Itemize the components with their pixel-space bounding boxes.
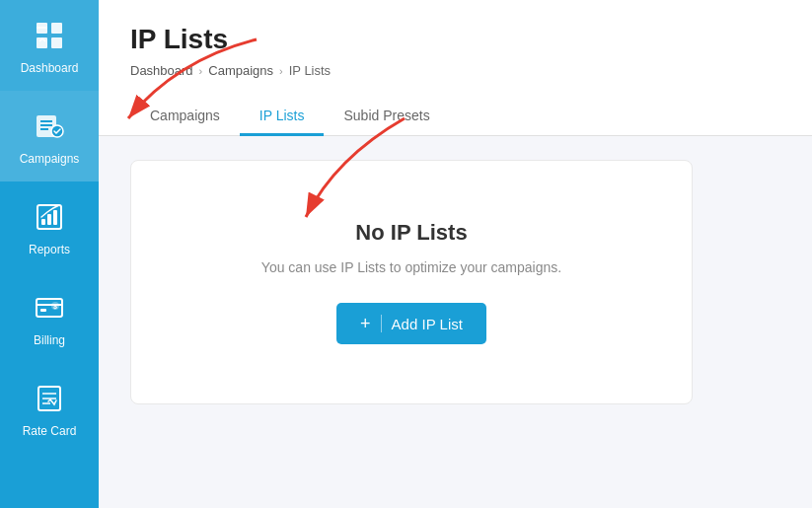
breadcrumb-chevron-2: ›: [279, 65, 283, 77]
svg-rect-1: [51, 23, 62, 34]
svg-rect-11: [41, 219, 45, 225]
sidebar-rate-card-label: Rate Card: [23, 424, 77, 438]
plus-icon: +: [360, 315, 371, 332]
svg-text:$: $: [53, 303, 57, 311]
breadcrumb-current: IP Lists: [289, 63, 331, 78]
tab-subid-presets[interactable]: Subid Presets: [324, 98, 449, 136]
tab-ip-lists[interactable]: IP Lists: [240, 98, 325, 136]
breadcrumb: Dashboard › Campaigns › IP Lists: [130, 63, 780, 78]
rate-card-icon: [30, 379, 69, 418]
sidebar-dashboard-label: Dashboard: [21, 61, 79, 75]
sidebar-billing-label: Billing: [34, 333, 65, 347]
campaigns-icon: [30, 107, 69, 146]
page-header: IP Lists Dashboard › Campaigns › IP List…: [99, 0, 812, 98]
breadcrumb-dashboard[interactable]: Dashboard: [130, 63, 193, 78]
tab-campaigns[interactable]: Campaigns: [130, 98, 240, 136]
sidebar-item-billing[interactable]: $ Billing: [0, 272, 99, 363]
sidebar: Dashboard Campaigns Repor: [0, 0, 99, 508]
sidebar-campaigns-label: Campaigns: [20, 152, 80, 166]
add-button-label: Add IP List: [392, 316, 463, 332]
add-ip-list-button[interactable]: + Add IP List: [336, 303, 486, 344]
svg-rect-12: [47, 214, 51, 225]
svg-rect-13: [53, 210, 57, 225]
sidebar-item-rate-card[interactable]: Rate Card: [0, 363, 99, 454]
tabs: Campaigns IP Lists Subid Presets: [99, 98, 812, 136]
billing-icon: $: [30, 288, 69, 327]
breadcrumb-campaigns[interactable]: Campaigns: [208, 63, 273, 78]
svg-rect-3: [51, 37, 62, 48]
sidebar-item-reports[interactable]: Reports: [0, 181, 99, 272]
empty-state-title: No IP Lists: [355, 220, 467, 246]
button-divider: [381, 315, 382, 332]
dashboard-icon: [30, 16, 69, 55]
page-title: IP Lists: [130, 24, 780, 55]
main-content: IP Lists Dashboard › Campaigns › IP List…: [99, 0, 812, 508]
sidebar-item-dashboard[interactable]: Dashboard: [0, 0, 99, 91]
empty-state-description: You can use IP Lists to optimize your ca…: [261, 259, 561, 275]
breadcrumb-chevron-1: ›: [199, 65, 203, 77]
svg-rect-16: [40, 309, 46, 312]
sidebar-item-campaigns[interactable]: Campaigns: [0, 91, 99, 181]
reports-icon: [30, 197, 69, 237]
empty-state-card: No IP Lists You can use IP Lists to opti…: [130, 160, 693, 404]
content-area: No IP Lists You can use IP Lists to opti…: [99, 136, 812, 508]
sidebar-reports-label: Reports: [29, 243, 70, 256]
